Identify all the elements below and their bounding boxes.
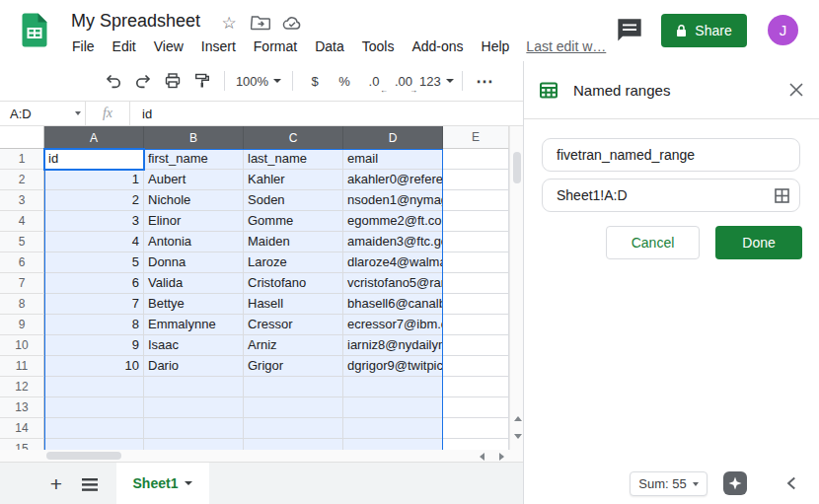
menu-edit[interactable]: Edit	[104, 38, 145, 54]
sheet-tab-sheet1[interactable]: Sheet1	[116, 463, 209, 504]
cell-D4[interactable]: egomme2@ft.com	[343, 211, 443, 232]
scroll-left-icon[interactable]	[480, 453, 484, 461]
row-header-7[interactable]: 7	[0, 273, 44, 294]
print-button[interactable]	[159, 68, 186, 94]
cancel-button[interactable]: Cancel	[606, 226, 700, 259]
document-title[interactable]: My Spreadsheet	[71, 11, 200, 32]
comment-icon[interactable]	[616, 18, 643, 43]
cell-C9[interactable]: Cressor	[244, 315, 343, 335]
cell-E14[interactable]	[443, 418, 509, 439]
cell-D2[interactable]: akahler0@reference.com	[343, 170, 443, 190]
row-header-9[interactable]: 9	[0, 315, 44, 335]
cell-D8[interactable]: bhasell6@canalblog.com	[343, 294, 443, 315]
cell-E10[interactable]	[443, 335, 509, 356]
cell-D9[interactable]: ecressor7@ibm.com	[343, 315, 443, 335]
cell-C1[interactable]: last_name	[244, 149, 343, 170]
column-header-D[interactable]: D	[343, 126, 443, 149]
row-header-10[interactable]: 10	[0, 335, 44, 356]
menu-format[interactable]: Format	[245, 38, 306, 54]
add-sheet-button[interactable]: +	[43, 471, 69, 497]
cell-C2[interactable]: Kahler	[244, 170, 343, 190]
cell-E4[interactable]	[443, 211, 509, 232]
cell-D5[interactable]: amaiden3@ftc.gov	[343, 232, 443, 252]
cell-C14[interactable]	[244, 418, 343, 439]
row-header-8[interactable]: 8	[0, 294, 44, 315]
cell-A11[interactable]: 10	[44, 356, 144, 377]
cell-B15[interactable]	[144, 439, 244, 450]
row-header-14[interactable]: 14	[0, 418, 44, 439]
cell-B3[interactable]: Nichole	[144, 190, 244, 211]
undo-button[interactable]	[100, 68, 127, 94]
cell-B6[interactable]: Donna	[144, 252, 244, 273]
cell-C3[interactable]: Soden	[244, 190, 343, 211]
menu-addons[interactable]: Add-ons	[403, 38, 472, 54]
menu-view[interactable]: View	[145, 38, 192, 54]
row-header-11[interactable]: 11	[0, 356, 44, 377]
cell-B2[interactable]: Aubert	[144, 170, 244, 190]
cell-D7[interactable]: vcristofano5@rambler.ru	[343, 273, 443, 294]
cell-C7[interactable]: Cristofano	[244, 273, 343, 294]
row-header-1[interactable]: 1	[0, 149, 44, 170]
cell-D11[interactable]: dgrigor9@twitpic.com	[343, 356, 443, 377]
cell-E15[interactable]	[443, 439, 509, 450]
cell-B11[interactable]: Dario	[144, 356, 244, 377]
last-edit-link[interactable]: Last edit w…	[526, 38, 606, 54]
sheets-logo-icon[interactable]	[22, 13, 47, 47]
menu-tools[interactable]: Tools	[353, 38, 404, 54]
vertical-scrollbar[interactable]	[509, 126, 523, 450]
cell-E3[interactable]	[443, 190, 509, 211]
cell-C12[interactable]	[244, 377, 343, 397]
currency-format-button[interactable]: $	[301, 68, 329, 94]
cell-B10[interactable]: Isaac	[144, 335, 244, 356]
cloud-saved-icon[interactable]	[282, 13, 302, 33]
cell-D12[interactable]	[343, 377, 443, 397]
name-box[interactable]: A:D	[0, 107, 85, 121]
cell-A5[interactable]: 4	[44, 232, 144, 252]
cell-B12[interactable]	[144, 377, 244, 397]
cell-B14[interactable]	[144, 418, 244, 439]
cell-A13[interactable]	[44, 397, 144, 418]
row-header-12[interactable]: 12	[0, 377, 44, 397]
select-all-corner[interactable]	[0, 126, 44, 149]
horizontal-scrollbar[interactable]	[0, 450, 523, 462]
row-header-2[interactable]: 2	[0, 170, 44, 190]
cell-A8[interactable]: 7	[44, 294, 144, 315]
cell-C6[interactable]: Laroze	[244, 252, 343, 273]
cell-A10[interactable]: 9	[44, 335, 144, 356]
more-tools-button[interactable]: ⋯	[471, 68, 498, 94]
cell-C4[interactable]: Gomme	[244, 211, 343, 232]
percent-format-button[interactable]: %	[331, 68, 358, 94]
select-data-range-icon[interactable]	[775, 188, 789, 203]
zoom-select[interactable]: 100%	[233, 68, 284, 94]
cell-E6[interactable]	[443, 252, 509, 273]
cell-E8[interactable]	[443, 294, 509, 315]
cell-B5[interactable]: Antonia	[144, 232, 244, 252]
cell-A7[interactable]: 6	[44, 273, 144, 294]
cell-E12[interactable]	[443, 377, 509, 397]
explore-button[interactable]	[723, 471, 747, 495]
row-header-3[interactable]: 3	[0, 190, 44, 211]
column-header-B[interactable]: B	[144, 126, 244, 149]
column-header-C[interactable]: C	[244, 126, 343, 149]
paint-format-button[interactable]	[188, 68, 216, 94]
cell-C10[interactable]: Arniz	[244, 335, 343, 356]
scroll-up-icon[interactable]	[514, 416, 522, 421]
scroll-down-icon[interactable]	[514, 434, 522, 439]
column-header-A[interactable]: A	[44, 126, 144, 149]
menu-insert[interactable]: Insert	[192, 38, 245, 54]
cell-E9[interactable]	[443, 315, 509, 335]
formula-input[interactable]: id	[130, 107, 152, 121]
row-header-5[interactable]: 5	[0, 232, 44, 252]
vertical-scrollbar-thumb[interactable]	[513, 152, 521, 183]
cell-E1[interactable]	[443, 149, 509, 170]
cell-D3[interactable]: nsoden1@nymag.com	[343, 190, 443, 211]
cell-D14[interactable]	[343, 418, 443, 439]
cell-B13[interactable]	[144, 397, 244, 418]
cell-A15[interactable]	[44, 439, 144, 450]
sum-indicator[interactable]: Sum: 55	[630, 471, 707, 496]
avatar[interactable]: J	[768, 15, 798, 45]
menu-help[interactable]: Help	[473, 38, 519, 54]
number-format-button[interactable]: 123	[419, 68, 454, 94]
share-button[interactable]: Share	[661, 14, 747, 47]
increase-decimal-button[interactable]: .00→	[390, 68, 417, 94]
